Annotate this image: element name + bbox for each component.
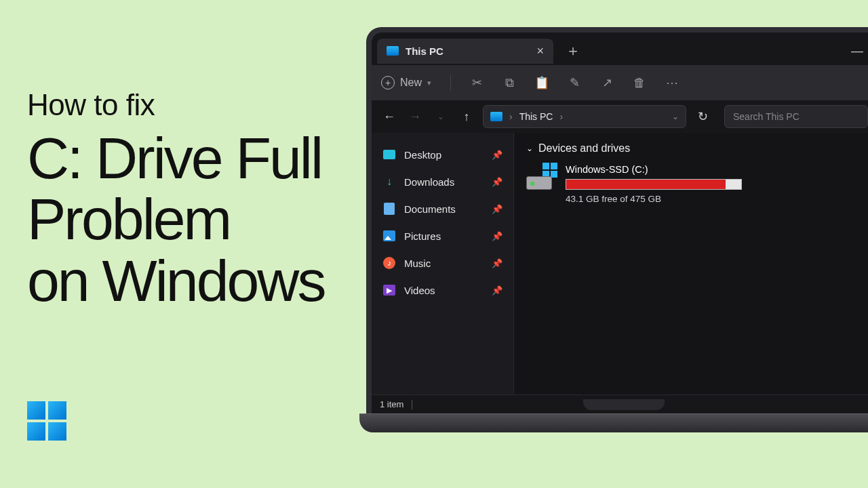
laptop-screen: This PC × ＋ — + New ▾ ✂ ⧉ 📋 ✎: [366, 27, 868, 413]
sidebar-item-label: Desktop: [404, 149, 441, 161]
sidebar-item-videos[interactable]: ▶ Videos 📌: [376, 277, 509, 304]
sidebar-item-downloads[interactable]: ↓ Downloads 📌: [376, 168, 509, 195]
sidebar-item-pictures[interactable]: Pictures 📌: [376, 222, 509, 249]
headline-line: on Windows: [27, 248, 324, 313]
breadcrumb-root[interactable]: This PC: [519, 111, 553, 122]
chevron-down-icon[interactable]: ⌄: [672, 112, 679, 121]
status-separator: [412, 400, 412, 409]
download-icon: ↓: [382, 175, 396, 188]
content-pane: ⌄ Devices and drives Windows-SSD (C:): [514, 133, 868, 394]
new-button[interactable]: + New ▾: [381, 76, 431, 89]
breadcrumb-separator: ›: [559, 111, 563, 122]
plus-circle-icon: +: [381, 76, 395, 89]
window-tab-bar: This PC × ＋ —: [372, 33, 868, 65]
item-count: 1 item: [380, 399, 403, 409]
file-explorer-window: This PC × ＋ — + New ▾ ✂ ⧉ 📋 ✎: [372, 33, 868, 413]
tab-title: This PC: [406, 45, 443, 57]
pin-icon[interactable]: 📌: [492, 177, 502, 187]
headline-line: C: Drive Full: [27, 125, 321, 190]
headline-main: C: Drive Full Problem on Windows: [27, 127, 324, 311]
recent-locations-button[interactable]: ⌄: [431, 107, 450, 126]
explorer-body: Desktop 📌 ↓ Downloads 📌 Documents 📌: [372, 133, 868, 394]
up-button[interactable]: ↑: [457, 107, 476, 126]
windows-logo-icon: [27, 401, 66, 441]
laptop-base: [359, 413, 868, 432]
cut-icon[interactable]: ✂: [470, 76, 484, 89]
pin-icon[interactable]: 📌: [492, 285, 502, 296]
headline-line: Problem: [27, 186, 230, 251]
paste-icon[interactable]: 📋: [535, 76, 549, 89]
search-placeholder: Search This PC: [733, 111, 800, 122]
sidebar-item-documents[interactable]: Documents 📌: [376, 195, 509, 222]
drive-icon: [526, 164, 556, 190]
windows-logo-icon: [542, 163, 557, 178]
search-input[interactable]: Search This PC: [724, 105, 868, 128]
rename-icon[interactable]: ✎: [568, 76, 581, 89]
sidebar-item-music[interactable]: ♪ Music 📌: [376, 249, 509, 277]
promo-headline: How to fix C: Drive Full Problem on Wind…: [27, 88, 324, 311]
drive-name: Windows-SSD (C:): [566, 164, 868, 175]
sidebar-item-label: Downloads: [404, 176, 454, 188]
sidebar-item-label: Pictures: [404, 230, 441, 242]
this-pc-icon: [490, 112, 502, 121]
section-title: Devices and drives: [538, 142, 630, 155]
pin-icon[interactable]: 📌: [492, 150, 502, 160]
minimize-button[interactable]: —: [844, 44, 868, 58]
breadcrumb-separator: ›: [509, 111, 513, 122]
chevron-down-icon: ▾: [427, 79, 431, 87]
command-bar: + New ▾ ✂ ⧉ 📋 ✎ ↗ 🗑 ⋯: [372, 65, 868, 100]
close-tab-button[interactable]: ×: [536, 44, 544, 58]
this-pc-icon: [387, 46, 399, 56]
pictures-icon: [383, 230, 395, 241]
drive-free-text: 43.1 GB free of 475 GB: [566, 194, 868, 204]
pin-icon[interactable]: 📌: [492, 231, 502, 241]
headline-eyebrow: How to fix: [27, 88, 324, 122]
video-icon: ▶: [383, 285, 395, 296]
toolbar-separator: [450, 75, 451, 91]
address-bar[interactable]: › This PC › ⌄: [483, 105, 686, 128]
music-icon: ♪: [383, 257, 395, 269]
sidebar-item-desktop[interactable]: Desktop 📌: [376, 141, 509, 168]
pin-icon[interactable]: 📌: [492, 258, 502, 268]
sidebar-item-label: Music: [404, 258, 431, 269]
document-icon: [384, 203, 395, 215]
copy-icon[interactable]: ⧉: [502, 76, 516, 89]
drive-usage-fill: [566, 180, 726, 189]
share-icon[interactable]: ↗: [600, 76, 614, 89]
new-tab-button[interactable]: ＋: [559, 38, 587, 64]
navigation-bar: ← → ⌄ ↑ › This PC › ⌄ ↻ Search This PC: [372, 100, 868, 133]
chevron-down-icon: ⌄: [526, 144, 533, 153]
section-header[interactable]: ⌄ Devices and drives: [526, 142, 868, 155]
sidebar-item-label: Documents: [404, 203, 456, 215]
new-label: New: [400, 77, 422, 89]
navigation-pane: Desktop 📌 ↓ Downloads 📌 Documents 📌: [372, 133, 514, 394]
laptop-frame: This PC × ＋ — + New ▾ ✂ ⧉ 📋 ✎: [366, 27, 868, 458]
active-tab[interactable]: This PC ×: [377, 39, 553, 64]
drive-item[interactable]: Windows-SSD (C:) 43.1 GB free of 475 GB: [526, 164, 868, 204]
desktop-icon: [383, 150, 395, 159]
delete-icon[interactable]: 🗑: [633, 76, 646, 89]
sidebar-item-label: Videos: [404, 285, 435, 296]
pin-icon[interactable]: 📌: [492, 204, 502, 214]
drive-usage-bar: [566, 179, 742, 190]
more-icon[interactable]: ⋯: [665, 76, 679, 89]
forward-button[interactable]: →: [406, 107, 425, 126]
refresh-button[interactable]: ↻: [693, 107, 712, 126]
back-button[interactable]: ←: [380, 107, 399, 126]
drive-info: Windows-SSD (C:) 43.1 GB free of 475 GB: [566, 164, 868, 204]
